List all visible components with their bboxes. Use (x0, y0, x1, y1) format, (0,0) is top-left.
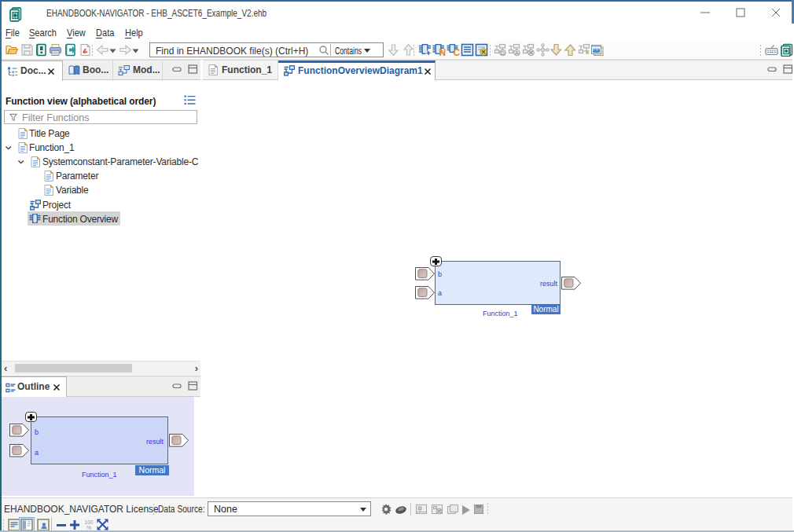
svg-text:N: N (439, 47, 447, 57)
svg-text:100: 100 (85, 519, 94, 525)
svg-text:D: D (501, 50, 505, 57)
svg-text:%: % (86, 525, 91, 530)
svg-text:C: C (454, 47, 461, 57)
svg-text:A: A (515, 50, 519, 57)
